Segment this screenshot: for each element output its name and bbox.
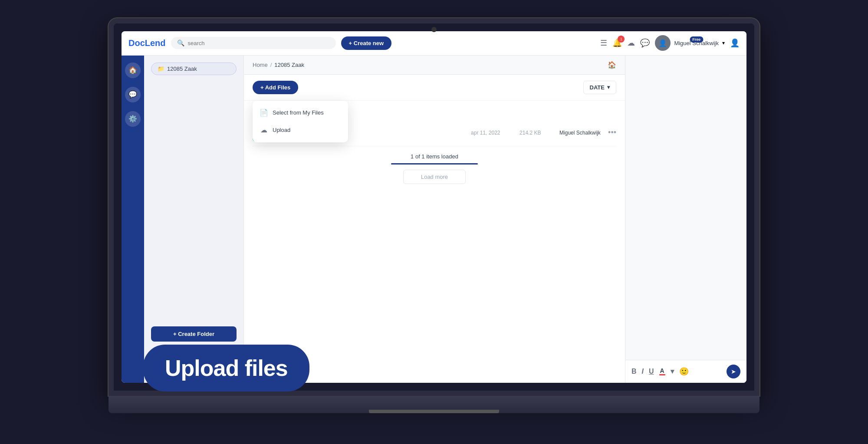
search-bar[interactable]: 🔍 bbox=[171, 37, 336, 49]
laptop-screen: DocLend 🔍 + Create new ☰ 🔔 1 bbox=[108, 18, 760, 396]
items-loaded-bar bbox=[391, 163, 478, 164]
dropdown-menu: 📄 Select from My Files ☁ Upload bbox=[253, 101, 348, 142]
right-panel: B I U A ▾ 🙂 ➤ bbox=[625, 56, 746, 383]
search-input[interactable] bbox=[188, 40, 330, 46]
breadcrumb-bar: Home / 12085 Zaak 🏠 bbox=[244, 56, 625, 75]
breadcrumb-home[interactable]: Home bbox=[253, 62, 268, 68]
file-owner: Miguel Schalkwijk bbox=[559, 130, 603, 136]
file-date: apr 11, 2022 bbox=[471, 130, 514, 136]
file-doc-icon: 📄 bbox=[260, 109, 268, 117]
load-more-label: Load more bbox=[421, 174, 448, 180]
sidebar-item-home[interactable]: 🏠 bbox=[125, 62, 141, 78]
cloud-upload-icon: ☁ bbox=[260, 126, 268, 135]
send-button[interactable]: ➤ bbox=[727, 365, 740, 378]
italic-button[interactable]: I bbox=[642, 368, 644, 375]
topbar-right: ☰ 🔔 1 ☁ 💬 👤 Free Miguel Schalkwijk bbox=[600, 35, 740, 51]
chevron-down-icon: ▾ bbox=[722, 40, 725, 46]
chat-icon: 💬 bbox=[128, 90, 137, 99]
create-folder-button[interactable]: + Create Folder bbox=[151, 326, 237, 342]
laptop-notch bbox=[431, 27, 437, 32]
avatar: 👤 bbox=[655, 35, 671, 51]
dropdown-upload-label: Upload bbox=[273, 127, 290, 133]
upload-files-label: Upload files bbox=[165, 355, 288, 381]
file-size: 214.2 KB bbox=[519, 130, 554, 136]
text-color-button[interactable]: A bbox=[659, 367, 665, 375]
content-area: Home / 12085 Zaak 🏠 + Add Files DATE bbox=[244, 56, 625, 383]
topbar: DocLend 🔍 + Create new ☰ 🔔 1 bbox=[122, 31, 746, 56]
items-loaded-text: 1 of 1 items loaded bbox=[253, 153, 616, 160]
logo: DocLend bbox=[128, 38, 166, 48]
folder-chip[interactable]: 📁 12085 Zaak bbox=[151, 62, 237, 75]
list-icon[interactable]: ☰ bbox=[600, 38, 607, 48]
dropdown-select-files-label: Select from My Files bbox=[273, 109, 324, 116]
load-more-button[interactable]: Load more bbox=[403, 170, 466, 184]
create-new-label: + Create new bbox=[349, 40, 384, 46]
message-icon[interactable]: 💬 bbox=[640, 38, 650, 48]
create-folder-label: + Create Folder bbox=[173, 331, 214, 337]
screen-inner: DocLend 🔍 + Create new ☰ 🔔 1 bbox=[122, 31, 746, 383]
date-sort-label: DATE bbox=[590, 84, 605, 91]
send-icon: ➤ bbox=[731, 368, 736, 375]
free-badge: Free bbox=[690, 36, 703, 43]
home-icon: 🏠 bbox=[128, 66, 137, 74]
user-area[interactable]: 👤 Free Miguel Schalkwijk ▾ bbox=[655, 35, 725, 51]
pagination-area: 1 of 1 items loaded Load more bbox=[253, 146, 616, 187]
laptop-frame: DocLend 🔍 + Create new ☰ 🔔 1 bbox=[108, 18, 760, 426]
upload-files-badge: Upload files bbox=[143, 345, 309, 391]
cloud-icon[interactable]: ☁ bbox=[627, 38, 635, 48]
logo-text: DocLend bbox=[128, 38, 166, 48]
laptop-base bbox=[108, 396, 760, 413]
files-section: Files ⊞ 🔒 Import all.xlsx apr 11, 2022 2… bbox=[244, 101, 625, 383]
dropdown-item-upload[interactable]: ☁ Upload bbox=[253, 122, 348, 139]
file-more-button[interactable]: ••• bbox=[608, 128, 616, 137]
color-a-icon: A bbox=[660, 367, 664, 374]
breadcrumb: Home / 12085 Zaak bbox=[253, 62, 304, 68]
date-sort-button[interactable]: DATE ▾ bbox=[583, 81, 616, 94]
content-toolbar: + Add Files DATE ▾ 📄 Select from My File… bbox=[244, 75, 625, 101]
breadcrumb-current: 12085 Zaak bbox=[274, 62, 304, 68]
create-new-button[interactable]: + Create new bbox=[341, 36, 392, 50]
color-bar bbox=[659, 374, 665, 375]
left-panel: 📁 12085 Zaak + Create Folder Members 👥 M… bbox=[144, 56, 244, 383]
settings-user-icon[interactable]: 👤 bbox=[730, 38, 740, 48]
add-files-button[interactable]: + Add Files bbox=[253, 81, 298, 94]
main-layout: 🏠 💬 ⚙️ 📁 12085 Zaak bbox=[122, 56, 746, 383]
chat-area bbox=[625, 56, 746, 360]
date-sort-chevron-icon: ▾ bbox=[607, 84, 610, 90]
notification-icon[interactable]: 🔔 1 bbox=[612, 38, 622, 48]
add-files-label: + Add Files bbox=[260, 84, 290, 91]
folder-name: 12085 Zaak bbox=[167, 66, 197, 72]
notification-badge: 1 bbox=[618, 36, 625, 43]
sidebar-item-chat[interactable]: 💬 bbox=[125, 87, 141, 102]
folder-icon: 📁 bbox=[158, 66, 164, 72]
breadcrumb-separator: / bbox=[270, 62, 272, 68]
gear-icon: ⚙️ bbox=[128, 115, 137, 123]
chevron-color-icon[interactable]: ▾ bbox=[671, 367, 674, 375]
bold-button[interactable]: B bbox=[631, 368, 637, 375]
sidebar-item-settings[interactable]: ⚙️ bbox=[125, 111, 141, 127]
underline-button[interactable]: U bbox=[649, 368, 654, 375]
dropdown-item-select-files[interactable]: 📄 Select from My Files bbox=[253, 104, 348, 122]
chat-toolbar: B I U A ▾ 🙂 ➤ bbox=[625, 360, 746, 383]
emoji-button[interactable]: 🙂 bbox=[679, 367, 689, 376]
search-icon: 🔍 bbox=[177, 39, 184, 46]
sidebar-icons: 🏠 💬 ⚙️ bbox=[122, 56, 144, 383]
home-breadcrumb-icon[interactable]: 🏠 bbox=[608, 61, 616, 69]
